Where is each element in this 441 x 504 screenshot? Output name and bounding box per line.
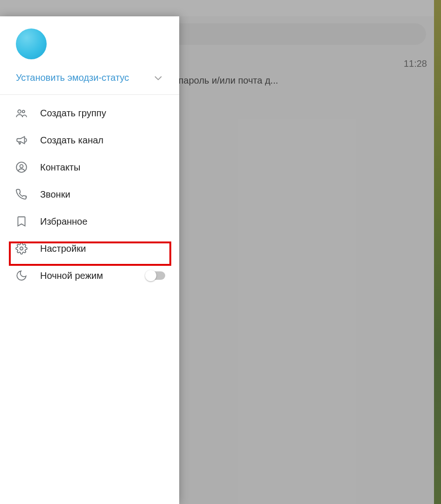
moon-icon xyxy=(15,269,28,282)
menu-label: Создать группу xyxy=(40,108,168,119)
menu-label: Звонки xyxy=(40,189,168,200)
menu-label: Настройки xyxy=(40,243,168,254)
set-emoji-status-button[interactable]: Установить эмодзи-статус xyxy=(16,72,169,83)
svg-point-4 xyxy=(20,247,23,250)
gear-icon xyxy=(15,242,28,255)
menu-item-night-mode[interactable]: Ночной режим xyxy=(0,262,179,289)
svg-point-0 xyxy=(18,110,21,113)
menu-label: Контакты xyxy=(40,162,168,173)
drawer-menu: Создать группу Создать канал Контакты Зв… xyxy=(0,95,179,504)
phone-icon xyxy=(15,188,28,201)
menu-item-new-channel[interactable]: Создать канал xyxy=(0,127,179,154)
megaphone-icon xyxy=(15,134,28,147)
main-menu-drawer: Установить эмодзи-статус Создать группу … xyxy=(0,16,179,504)
chevron-down-icon xyxy=(153,73,163,83)
menu-item-new-group[interactable]: Создать группу xyxy=(0,99,179,127)
user-icon xyxy=(15,161,28,174)
menu-label: Ночной режим xyxy=(40,270,133,281)
set-emoji-status-label: Установить эмодзи-статус xyxy=(16,72,129,83)
bookmark-icon xyxy=(15,215,28,228)
menu-item-contacts[interactable]: Контакты xyxy=(0,154,179,181)
menu-label: Избранное xyxy=(40,216,168,227)
svg-point-3 xyxy=(20,164,23,168)
menu-item-calls[interactable]: Звонки xyxy=(0,181,179,208)
drawer-header: Установить эмодзи-статус xyxy=(0,16,179,95)
night-mode-toggle[interactable] xyxy=(146,271,165,280)
svg-point-1 xyxy=(22,110,25,113)
menu-item-settings[interactable]: Настройки xyxy=(0,235,179,262)
menu-item-saved-messages[interactable]: Избранное xyxy=(0,208,179,235)
avatar[interactable] xyxy=(16,28,47,59)
group-icon xyxy=(15,106,28,120)
menu-label: Создать канал xyxy=(40,135,168,146)
